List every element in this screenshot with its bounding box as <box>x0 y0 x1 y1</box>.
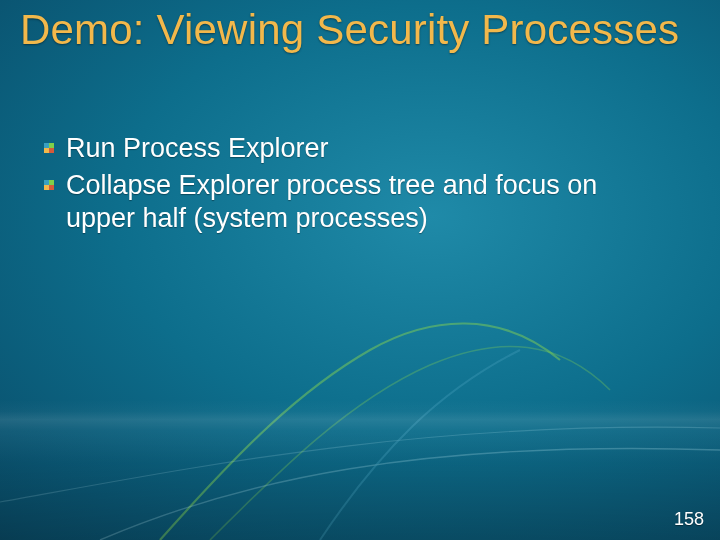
slide-title: Demo: Viewing Security Processes <box>20 6 690 53</box>
list-item-text: Collapse Explorer process tree and focus… <box>66 170 597 233</box>
list-item: Collapse Explorer process tree and focus… <box>66 169 670 235</box>
bullet-list: Run Process Explorer Collapse Explorer p… <box>66 132 670 239</box>
slide: Demo: Viewing Security Processes Run Pro… <box>0 0 720 540</box>
floor-gradient <box>0 400 720 540</box>
page-number: 158 <box>674 509 704 530</box>
list-item: Run Process Explorer <box>66 132 670 165</box>
bullet-icon <box>44 180 54 190</box>
bullet-icon <box>44 143 54 153</box>
list-item-text: Run Process Explorer <box>66 133 329 163</box>
